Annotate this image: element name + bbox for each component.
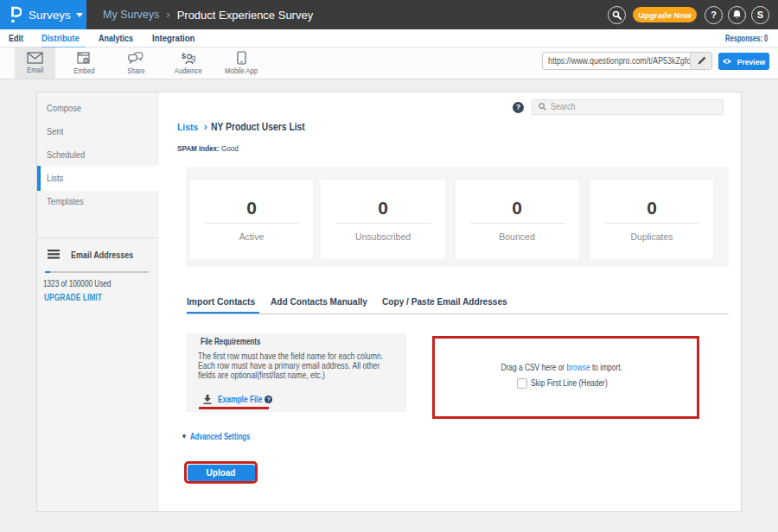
svg-text:$: $ (182, 52, 186, 60)
